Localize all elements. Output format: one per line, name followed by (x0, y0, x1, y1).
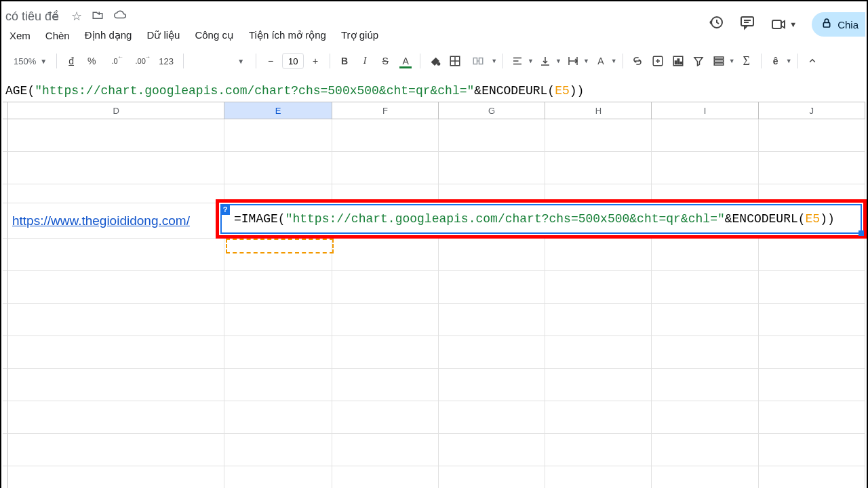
history-icon[interactable] (708, 14, 724, 35)
cell[interactable] (332, 336, 439, 369)
font-dropdown[interactable]: ▼ (189, 53, 250, 69)
comment-icon[interactable] (739, 14, 755, 35)
increase-decimal-button[interactable]: .00→ (129, 52, 152, 70)
meet-icon[interactable]: ▼ (770, 16, 797, 33)
zoom-dropdown[interactable]: 150% ▼ (9, 54, 51, 69)
cell[interactable] (759, 369, 865, 401)
cell[interactable] (439, 152, 545, 184)
menu-data[interactable]: Dữ liệu (140, 26, 186, 44)
cell[interactable] (545, 271, 652, 304)
insert-comment-button[interactable] (649, 52, 667, 70)
cell[interactable] (759, 336, 865, 369)
cell[interactable] (224, 369, 332, 401)
cell[interactable] (439, 239, 545, 271)
cell[interactable] (439, 369, 545, 401)
number-format-button[interactable]: 123 (155, 52, 178, 70)
cell[interactable] (545, 304, 652, 336)
cloud-icon[interactable] (113, 9, 127, 24)
cell[interactable] (545, 152, 652, 184)
cell[interactable] (759, 152, 865, 184)
cell[interactable] (332, 119, 439, 152)
cell[interactable] (224, 304, 332, 336)
cell[interactable] (332, 152, 439, 184)
cell[interactable] (332, 304, 439, 336)
chevron-down-icon[interactable]: ▼ (583, 58, 589, 64)
cell[interactable] (545, 466, 652, 488)
insert-chart-button[interactable] (669, 52, 687, 70)
cell[interactable] (224, 119, 332, 152)
cell[interactable] (224, 336, 332, 369)
menu-insert[interactable]: Chèn (39, 27, 77, 44)
column-header-h[interactable]: H (545, 102, 652, 119)
cell[interactable] (652, 369, 758, 401)
cell[interactable] (8, 152, 224, 184)
column-header-j[interactable]: J (759, 102, 865, 119)
cell[interactable] (224, 152, 332, 184)
percent-button[interactable]: % (83, 52, 100, 70)
horizontal-align-button[interactable] (509, 52, 526, 70)
cell[interactable] (8, 119, 224, 152)
cell[interactable] (8, 369, 224, 401)
cell[interactable] (439, 304, 545, 336)
cell[interactable] (545, 336, 652, 369)
column-header-i[interactable]: I (652, 102, 758, 119)
text-color-button[interactable]: A (397, 52, 414, 70)
cell[interactable] (439, 119, 545, 152)
functions-button[interactable]: Σ (738, 52, 755, 70)
cell[interactable] (332, 466, 439, 488)
cell[interactable] (652, 119, 758, 152)
cell[interactable] (439, 466, 545, 488)
cell[interactable] (545, 119, 652, 152)
expand-up-button[interactable] (804, 52, 821, 70)
cell[interactable] (545, 239, 652, 271)
column-header-d[interactable]: D (8, 102, 224, 119)
cell[interactable] (8, 401, 224, 434)
filter-views-button[interactable] (710, 52, 728, 70)
fill-color-button[interactable] (426, 52, 443, 70)
cell[interactable] (759, 119, 865, 152)
text-rotation-button[interactable]: A (592, 52, 610, 70)
cell[interactable] (759, 434, 865, 466)
insert-link-button[interactable] (629, 52, 646, 70)
font-size-input[interactable]: 10 (282, 53, 304, 69)
formula-bar[interactable]: AGE("https://chart.googleapis.com/chart?… (3, 80, 865, 102)
cell[interactable] (8, 184, 224, 203)
cell[interactable] (545, 401, 652, 434)
cell[interactable] (332, 401, 439, 434)
cell[interactable] (652, 239, 758, 271)
chevron-down-icon[interactable]: ▼ (786, 58, 792, 64)
cell[interactable] (759, 466, 865, 488)
cell[interactable] (759, 401, 865, 434)
cell[interactable] (652, 434, 758, 466)
chevron-down-icon[interactable]: ▼ (491, 58, 497, 64)
chevron-down-icon[interactable]: ▼ (729, 58, 735, 64)
currency-button[interactable]: đ (62, 52, 80, 70)
cell[interactable] (8, 304, 224, 336)
cell[interactable] (332, 239, 439, 271)
font-size-increase[interactable]: + (307, 52, 324, 70)
cell-editor[interactable]: ? =IMAGE("https://chart.googleapis.com/c… (220, 204, 862, 234)
cell[interactable] (224, 271, 332, 304)
cell[interactable] (759, 271, 865, 304)
text-wrap-button[interactable] (564, 52, 582, 70)
menu-tools[interactable]: Công cụ (188, 26, 241, 44)
doc-title[interactable]: có tiêu đề (3, 9, 59, 24)
cell[interactable] (439, 336, 545, 369)
strikethrough-button[interactable]: S (376, 52, 394, 70)
cell[interactable] (759, 239, 865, 271)
cell[interactable] (332, 369, 439, 401)
chevron-down-icon[interactable]: ▼ (528, 58, 534, 64)
menu-format[interactable]: Định dạng (78, 26, 139, 44)
cell[interactable] (439, 434, 545, 466)
font-size-decrease[interactable]: − (262, 52, 279, 70)
decrease-decimal-button[interactable]: .0← (103, 52, 126, 70)
cell[interactable] (8, 466, 224, 488)
fill-handle[interactable] (859, 230, 864, 236)
cell[interactable] (545, 434, 652, 466)
vertical-align-button[interactable] (536, 52, 554, 70)
cell[interactable] (332, 434, 439, 466)
cell[interactable] (652, 152, 758, 184)
cell[interactable] (224, 434, 332, 466)
cell[interactable] (439, 271, 545, 304)
smart-chips-button[interactable]: ê (767, 52, 785, 70)
